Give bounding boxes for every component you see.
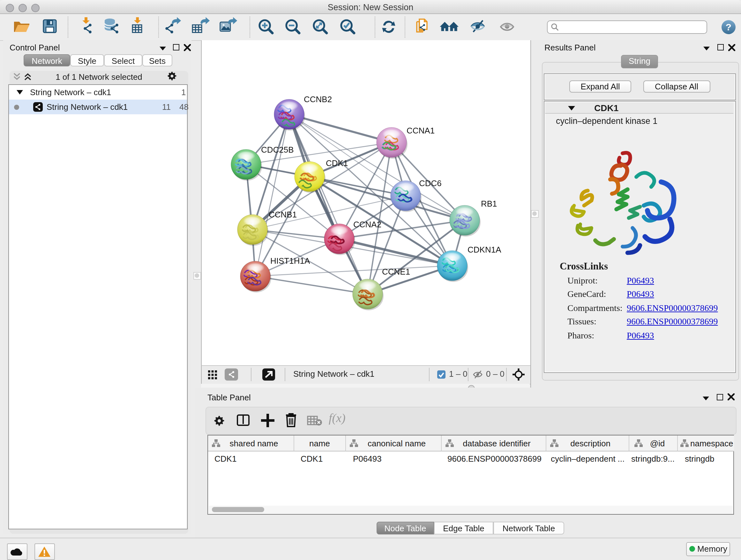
svg-text:CDC25B: CDC25B (261, 145, 293, 154)
svg-text:CDK1: CDK1 (326, 159, 347, 168)
svg-text:CCNB1: CCNB1 (268, 210, 296, 219)
svg-text:CDC6: CDC6 (419, 179, 441, 188)
svg-text:?: ? (726, 22, 731, 32)
svg-text:CCNB2: CCNB2 (304, 95, 332, 104)
svg-text:RB1: RB1 (481, 199, 497, 208)
svg-text:CDKN1A: CDKN1A (467, 245, 501, 254)
svg-text:CCNE1: CCNE1 (382, 267, 410, 276)
svg-text:CCNA2: CCNA2 (353, 220, 381, 229)
svg-text:HIST1H1A: HIST1H1A (270, 256, 310, 266)
svg-text:CCNA1: CCNA1 (406, 126, 434, 135)
